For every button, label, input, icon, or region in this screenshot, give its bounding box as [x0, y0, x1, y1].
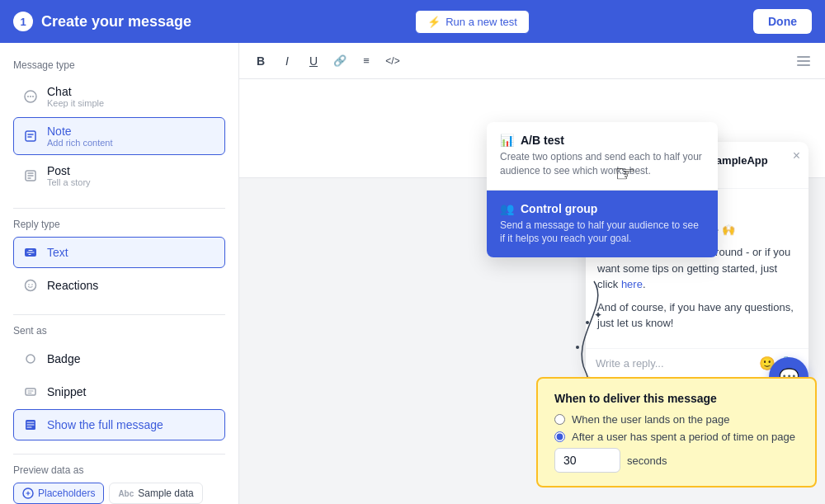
- delivery-input-row: seconds: [554, 448, 799, 473]
- control-icon: 👥: [500, 202, 514, 215]
- preview-label: Preview data as: [13, 464, 225, 476]
- delivery-option-time-label: After a user has spent a period of time …: [572, 431, 795, 443]
- delivery-panel: When to deliver this message When the us…: [536, 377, 817, 488]
- svg-point-15: [576, 346, 579, 349]
- snippet-title: Snippet: [47, 385, 86, 398]
- svg-point-4: [26, 280, 36, 291]
- ab-test-title: 📊 A/B test: [500, 134, 705, 147]
- svg-point-7: [26, 355, 35, 363]
- ab-test-desc: Create two options and send each to half…: [500, 150, 705, 178]
- svg-text:✦: ✦: [594, 309, 602, 321]
- note-option-text: Note Add rich content: [47, 125, 113, 148]
- sent-as-list: Badge Snippet Show the full message: [13, 343, 225, 440]
- link-button[interactable]: 🔗: [328, 49, 351, 73]
- reply-type-reactions[interactable]: Reactions: [13, 270, 225, 301]
- divider-3: [13, 454, 225, 455]
- reactions-title: Reactions: [47, 279, 98, 292]
- post-title: Post: [47, 164, 91, 177]
- list-button[interactable]: ≡: [355, 49, 378, 73]
- header-left: 1 Create your message: [13, 12, 191, 31]
- content-area: B I U 🔗 ≡ </> 📊 A/B test Create two opti…: [239, 43, 825, 504]
- chat-option-text: Chat Keep it simple: [47, 85, 104, 108]
- message-type-note[interactable]: Note Add rich content: [13, 117, 225, 155]
- snippet-icon: [22, 384, 39, 400]
- underline-button[interactable]: U: [302, 49, 325, 73]
- delivery-unit: seconds: [627, 455, 667, 467]
- sent-as-snippet[interactable]: Snippet: [13, 376, 225, 407]
- toolbar: B I U 🔗 ≡ </>: [239, 43, 825, 79]
- sidebar: Message type Chat Keep it simple Note Ad…: [0, 43, 239, 504]
- menu-icon[interactable]: [792, 51, 815, 71]
- delivery-seconds-input[interactable]: [554, 448, 620, 473]
- ab-icon: 📊: [500, 134, 514, 147]
- italic-button[interactable]: I: [276, 49, 299, 73]
- delivery-option-time[interactable]: After a user has spent a period of time …: [554, 431, 799, 443]
- chat-icon: [22, 88, 39, 105]
- control-group-title: 👥 Control group: [500, 202, 705, 215]
- message-type-label: Message type: [13, 59, 225, 71]
- fullmessage-icon: [22, 417, 39, 433]
- reactions-icon: [22, 277, 39, 294]
- abc-icon: Abc: [118, 489, 134, 498]
- placeholders-label: Placeholders: [38, 488, 95, 499]
- note-sub: Add rich content: [47, 138, 113, 148]
- ab-test-option[interactable]: 📊 A/B test Create two options and send e…: [487, 122, 718, 191]
- reply-type-label: Reply type: [13, 219, 225, 230]
- control-group-option[interactable]: 👥 Control group Send a message to half y…: [487, 191, 718, 258]
- delivery-radio-lands[interactable]: [554, 414, 565, 425]
- svg-rect-1: [26, 131, 35, 141]
- badge-title: Badge: [47, 352, 80, 365]
- chat-title: Chat: [47, 85, 104, 98]
- sample-data-button[interactable]: Abc Sample data: [109, 483, 202, 504]
- preview-msg-4: And of course, if you have any questions…: [597, 299, 797, 332]
- svg-rect-8: [26, 389, 35, 395]
- done-button[interactable]: Done: [753, 9, 812, 34]
- message-type-chat[interactable]: Chat Keep it simple: [13, 78, 225, 115]
- header-title: Create your message: [41, 13, 191, 31]
- delivery-option-lands-label: When the user lands on the page: [572, 413, 730, 426]
- run-test-label: Run a new test: [446, 16, 517, 28]
- delivery-title: When to deliver this message: [554, 392, 799, 405]
- run-icon: ⚡: [427, 16, 441, 28]
- message-type-post[interactable]: Post Tell a story: [13, 157, 225, 195]
- reply-type-text[interactable]: Text: [13, 237, 225, 268]
- delivery-option-lands[interactable]: When the user lands on the page: [554, 413, 799, 426]
- step-badge: 1: [13, 12, 33, 31]
- preview-toggle: Placeholders Abc Sample data: [13, 483, 225, 504]
- sample-data-label: Sample data: [138, 488, 193, 499]
- run-test-button[interactable]: ⚡ Run a new test: [415, 10, 530, 34]
- sent-as-fullmessage[interactable]: Show the full message: [13, 409, 225, 440]
- svg-point-6: [31, 284, 33, 285]
- header: 1 Create your message ⚡ Run a new test D…: [0, 0, 825, 43]
- placeholders-button[interactable]: Placeholders: [13, 483, 104, 504]
- svg-point-14: [586, 321, 589, 324]
- preview-close-button[interactable]: ×: [793, 148, 800, 163]
- chat-sub: Keep it simple: [47, 98, 104, 108]
- run-test-dropdown: 📊 A/B test Create two options and send e…: [487, 122, 718, 257]
- bold-button[interactable]: B: [249, 49, 272, 73]
- note-icon: [22, 128, 39, 144]
- sent-as-label: Sent as: [13, 325, 225, 337]
- svg-point-5: [28, 284, 30, 285]
- note-title: Note: [47, 125, 113, 138]
- text-reply-icon: [22, 244, 39, 261]
- control-group-desc: Send a message to half your audience to …: [500, 219, 705, 247]
- reply-type-list: Text Reactions: [13, 237, 225, 301]
- divider-1: [13, 208, 225, 209]
- message-type-list: Chat Keep it simple Note Add rich conten…: [13, 78, 225, 195]
- post-option-text: Post Tell a story: [47, 164, 91, 187]
- code-button[interactable]: </>: [381, 49, 404, 73]
- divider-2: [13, 314, 225, 315]
- delivery-radio-time[interactable]: [554, 431, 565, 442]
- post-icon: [22, 167, 39, 184]
- post-sub: Tell a story: [47, 177, 91, 187]
- text-reply-title: Text: [47, 246, 68, 259]
- fullmessage-title: Show the full message: [47, 418, 163, 431]
- badge-icon: [22, 351, 39, 367]
- sent-as-badge[interactable]: Badge: [13, 343, 225, 374]
- main-layout: Message type Chat Keep it simple Note Ad…: [0, 43, 825, 504]
